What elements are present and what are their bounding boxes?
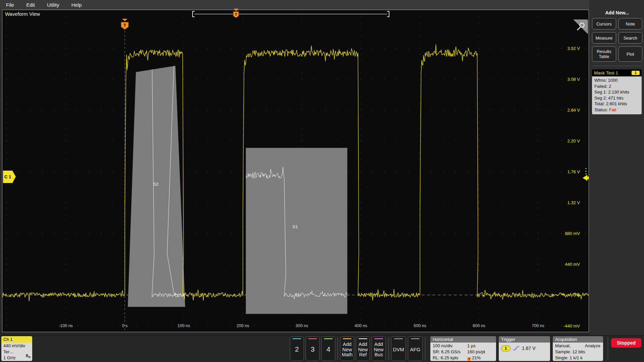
svg-text:0 V: 0 V [573, 293, 580, 298]
acquisition-sample: Sample: 12 bits [555, 349, 601, 355]
bandwidth-limit-icon: BW [26, 353, 31, 360]
channel-3-color-stripe [308, 338, 317, 339]
mask-status: Status: Fail [594, 107, 639, 113]
dvm-stripe [394, 338, 403, 339]
channel-2-button[interactable]: 2 [290, 336, 304, 361]
svg-text:880 mV: 880 mV [565, 231, 580, 236]
acquisition-analyze: Analyze [585, 343, 600, 349]
svg-text:100 ns: 100 ns [177, 323, 190, 328]
waveform-view-header: Waveform View T [2, 10, 589, 18]
add-new-ref-button[interactable]: Add New Ref [356, 336, 370, 361]
minimap-trigger-triangle-icon [234, 9, 238, 11]
acquisition-settings-badge[interactable]: Acquisition Manual,Analyze Sample: 12 bi… [553, 336, 603, 361]
svg-text:-440 mV: -440 mV [564, 323, 580, 328]
acquisition-mode: Manual, [555, 343, 571, 349]
math-color-stripe [343, 338, 352, 339]
search-button[interactable]: Search [619, 32, 643, 44]
divider [608, 337, 608, 360]
mask-test-title: Mask Test 1 [594, 70, 618, 75]
cursors-button[interactable]: Cursors [592, 18, 616, 29]
svg-text:2.20 V: 2.20 V [567, 138, 580, 143]
right-sidebar: Add New... Cursors Note Measure Search R… [590, 0, 644, 335]
svg-text:3.08 V: 3.08 V [567, 77, 580, 82]
minimap-right-bracket [387, 11, 389, 17]
record-length: RL: 6.25 kpts [433, 355, 467, 361]
minimap-trigger-marker-icon[interactable]: T [233, 11, 239, 18]
svg-text:200 ns: 200 ns [236, 323, 249, 328]
mask-total: Total: 2.601 khits [594, 101, 639, 107]
bus-color-stripe [374, 338, 383, 339]
channel-4-color-stripe [324, 338, 333, 339]
svg-text:2.64 V: 2.64 V [567, 108, 580, 113]
mask-test-source-badge: 1 [632, 71, 640, 75]
svg-text:1.32 V: 1.32 V [567, 200, 580, 205]
divider [388, 337, 389, 360]
scope-display[interactable]: 3.52 V3.08 V2.64 V2.20 V1.76 V1.32 V880 … [2, 10, 589, 332]
acquisition-title: Acquisition [553, 336, 603, 343]
svg-text:S1: S1 [292, 224, 298, 229]
svg-text:0 s: 0 s [122, 323, 128, 328]
channel-1-badge[interactable]: Ch 1 440 mV/div Ter… 1 GHz BW [1, 336, 32, 361]
ref-color-stripe [359, 338, 367, 339]
results-table-button[interactable]: Results Table [592, 46, 616, 62]
sidebar-divider [593, 66, 642, 66]
svg-text:440 mV: 440 mV [565, 262, 580, 267]
minimap-left-bracket [192, 11, 195, 17]
mask-test-badge[interactable]: Mask Test 1 1 Wfms: 1000 Failed: 2 Seg 1… [592, 69, 642, 114]
mask-seg1: Seg 1: 2.130 khits [594, 89, 639, 95]
svg-text:400 ns: 400 ns [355, 323, 367, 328]
trigger-position-icon: T [467, 357, 471, 361]
add-new-math-button[interactable]: Add New Math [340, 336, 354, 361]
trigger-settings-badge[interactable]: Trigger 1 1.67 V [499, 336, 550, 361]
trigger-source-badge: 1 [501, 346, 511, 351]
svg-text:S2: S2 [153, 182, 158, 187]
menu-file[interactable]: File [6, 2, 14, 8]
horizontal-title: Horizontal [430, 336, 496, 343]
svg-text:600 ns: 600 ns [473, 323, 485, 328]
sample-rate: SR: 6.25 GS/s [433, 349, 467, 355]
menu-bar: File Edit Utility Help [0, 0, 589, 10]
run-stop-button[interactable]: Stopped [611, 338, 641, 348]
divider [337, 337, 338, 360]
horizontal-settings-badge[interactable]: Horizontal 100 ns/div1 µs SR: 6.25 GS/s1… [430, 336, 496, 361]
mask-failed: Failed: 2 [594, 83, 639, 89]
channel-3-button[interactable]: 3 [306, 336, 320, 361]
acquisition-single: Single: 1 k/1 k [555, 355, 601, 361]
add-new-bus-button[interactable]: Add New Bus [372, 336, 386, 361]
svg-text:500 ns: 500 ns [414, 323, 426, 328]
mask-wfms: Wfms: 1000 [594, 77, 639, 83]
svg-text:C 1: C 1 [4, 174, 11, 179]
afg-button[interactable]: AFG [408, 336, 423, 361]
measure-button[interactable]: Measure [592, 32, 616, 44]
divider [425, 337, 425, 360]
horizontal-window: 1 µs [467, 343, 476, 349]
channel-1-scale: 440 mV/div [3, 343, 32, 349]
plot-button[interactable]: Plot [619, 46, 643, 62]
rising-edge-icon [513, 346, 520, 351]
horizontal-overview-minimap[interactable]: T [192, 11, 389, 17]
trigger-level: 1.67 V [522, 345, 535, 351]
afg-stripe [411, 338, 420, 339]
svg-text:700 ns: 700 ns [532, 323, 544, 328]
svg-text:-100 ns: -100 ns [59, 323, 73, 328]
menu-utility[interactable]: Utility [47, 2, 59, 8]
zoom-corner-icon [573, 19, 588, 34]
menu-help[interactable]: Help [71, 2, 82, 8]
menu-edit[interactable]: Edit [26, 2, 35, 8]
mask-status-value: Fail [609, 107, 616, 112]
waveform-view-panel: Waveform View T 3.52 V3.08 V2.64 V2.20 V… [2, 10, 589, 332]
svg-text:T: T [123, 23, 126, 28]
svg-text:3.52 V: 3.52 V [567, 46, 580, 51]
mask-seg2: Seg 2: 471 hits [594, 95, 639, 101]
minimap-line [195, 14, 387, 14]
trigger-title: Trigger [499, 336, 550, 343]
sample-resolution: 160 ps/pt [467, 349, 485, 355]
bottom-settings-bar: Ch 1 440 mV/div Ter… 1 GHz BW 2 3 4 Add … [0, 335, 644, 362]
add-new-label: Add New... [592, 10, 642, 15]
svg-text:300 ns: 300 ns [296, 323, 308, 328]
dvm-button[interactable]: DVM [391, 336, 406, 361]
channel-1-name: Ch 1 [1, 336, 32, 343]
channel-2-color-stripe [292, 338, 301, 339]
note-button[interactable]: Note [619, 18, 643, 29]
channel-4-button[interactable]: 4 [321, 336, 335, 361]
